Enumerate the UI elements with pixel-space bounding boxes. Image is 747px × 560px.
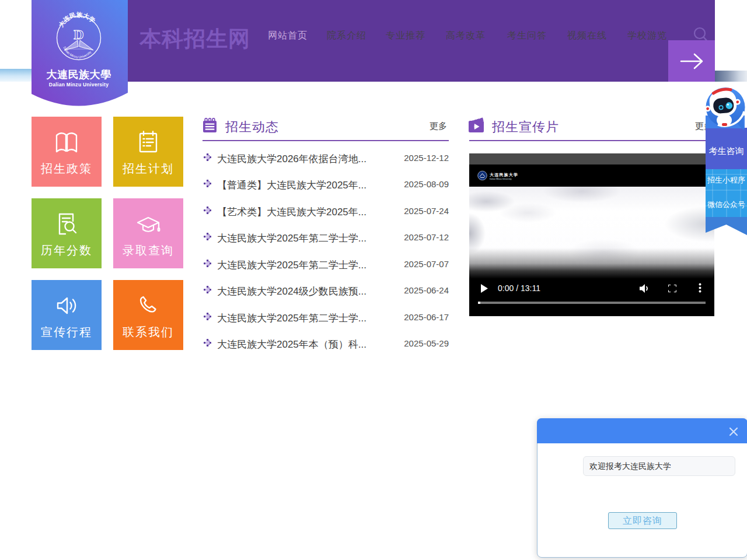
svg-text:大连民族大学: 大连民族大学 — [490, 173, 518, 177]
svg-text:Dalian Minzu University: Dalian Minzu University — [490, 178, 512, 180]
svg-text:D: D — [74, 27, 83, 42]
svg-text:大連民族大學: 大連民族大學 — [46, 69, 111, 80]
svg-text:Dalian Minzu University: Dalian Minzu University — [49, 82, 109, 88]
